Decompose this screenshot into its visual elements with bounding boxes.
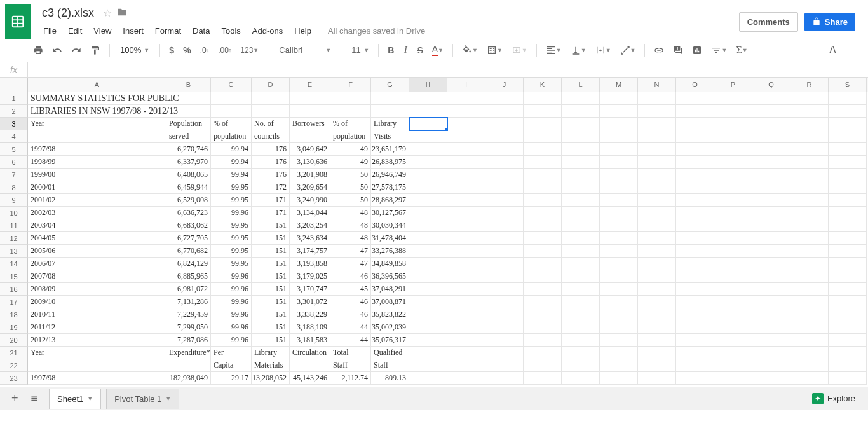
cell-K4[interactable] — [524, 130, 562, 143]
cell-I1[interactable] — [447, 92, 485, 105]
percent-icon[interactable]: % — [179, 42, 194, 59]
cell-L11[interactable] — [562, 219, 600, 232]
cell-N1[interactable] — [638, 92, 676, 105]
menu-help[interactable]: Help — [289, 24, 316, 38]
cell-E1[interactable] — [290, 92, 330, 105]
cell-K3[interactable] — [524, 118, 562, 130]
cell-H17[interactable] — [409, 296, 447, 308]
cell-M11[interactable] — [600, 219, 638, 232]
cell-Q19[interactable] — [752, 321, 790, 334]
cell-A14[interactable]: 2006/07 — [28, 258, 166, 270]
cell-H7[interactable] — [409, 169, 447, 181]
cell-R16[interactable] — [790, 283, 829, 296]
cell-A17[interactable]: 2009/10 — [28, 296, 166, 308]
cell-L4[interactable] — [562, 130, 600, 143]
cell-J3[interactable] — [485, 118, 524, 130]
cell-J19[interactable] — [485, 321, 524, 334]
cell-B7[interactable]: 6,408,065 — [166, 169, 211, 181]
cell-M2[interactable] — [600, 105, 638, 118]
cell-J23[interactable] — [485, 372, 524, 385]
cell-F3[interactable]: % of — [330, 118, 371, 130]
cell-S3[interactable] — [829, 118, 867, 130]
cell-S20[interactable] — [829, 334, 867, 347]
cell-G11[interactable]: 30,030,344 — [371, 219, 409, 232]
cell-O6[interactable] — [676, 156, 714, 169]
cell-H8[interactable] — [409, 181, 447, 194]
row-header[interactable]: 20 — [0, 334, 28, 347]
cell-E9[interactable]: 3,240,990 — [290, 194, 330, 207]
cell-S4[interactable] — [829, 130, 867, 143]
column-header-N[interactable]: N — [638, 78, 676, 92]
cell-I23[interactable] — [447, 372, 485, 385]
cell-M9[interactable] — [600, 194, 638, 207]
cell-R7[interactable] — [790, 169, 829, 181]
bold-icon[interactable]: B — [384, 42, 398, 59]
cell-G15[interactable]: 36,396,565 — [371, 270, 409, 283]
cell-H20[interactable] — [409, 334, 447, 347]
cell-H6[interactable] — [409, 156, 447, 169]
menu-edit[interactable]: Edit — [63, 24, 87, 38]
cell-F7[interactable]: 50 — [330, 169, 371, 181]
cell-I7[interactable] — [447, 169, 485, 181]
cell-A10[interactable]: 2002/03 — [28, 207, 166, 219]
cell-P17[interactable] — [714, 296, 752, 308]
cell-K6[interactable] — [524, 156, 562, 169]
cell-E5[interactable]: 3,049,642 — [290, 143, 330, 156]
cell-G2[interactable] — [371, 105, 409, 118]
cell-E8[interactable]: 3,209,654 — [290, 181, 330, 194]
cell-I10[interactable] — [447, 207, 485, 219]
cell-D18[interactable]: 151 — [252, 308, 290, 321]
cell-C8[interactable]: 99.95 — [211, 181, 252, 194]
column-header-Q[interactable]: Q — [752, 78, 790, 92]
filter-icon[interactable]: ▼ — [707, 42, 731, 59]
cell-O8[interactable] — [676, 181, 714, 194]
menu-insert[interactable]: Insert — [118, 24, 149, 38]
sheet-tab-pivot-table-1[interactable]: Pivot Table 1▼ — [106, 389, 179, 409]
cell-R12[interactable] — [790, 232, 829, 245]
cell-E19[interactable]: 3,188,109 — [290, 321, 330, 334]
cell-R5[interactable] — [790, 143, 829, 156]
cell-G23[interactable]: 809.13 — [371, 372, 409, 385]
cell-D5[interactable]: 176 — [252, 143, 290, 156]
cell-E2[interactable] — [290, 105, 330, 118]
cell-R14[interactable] — [790, 258, 829, 270]
cell-P21[interactable] — [714, 347, 752, 359]
cell-F8[interactable]: 50 — [330, 181, 371, 194]
font-size-dropdown[interactable]: 11▼ — [348, 42, 373, 59]
row-header[interactable]: 3 — [0, 118, 28, 130]
cell-L13[interactable] — [562, 245, 600, 258]
cell-O23[interactable] — [676, 372, 714, 385]
cell-D19[interactable]: 151 — [252, 321, 290, 334]
cell-N11[interactable] — [638, 219, 676, 232]
row-header[interactable]: 13 — [0, 245, 28, 258]
cell-A18[interactable]: 2010/11 — [28, 308, 166, 321]
cell-Q11[interactable] — [752, 219, 790, 232]
cell-Q5[interactable] — [752, 143, 790, 156]
cell-G18[interactable]: 35,823,822 — [371, 308, 409, 321]
cell-Q18[interactable] — [752, 308, 790, 321]
cell-D1[interactable] — [252, 92, 290, 105]
cell-M6[interactable] — [600, 156, 638, 169]
row-header[interactable]: 19 — [0, 321, 28, 334]
cell-C15[interactable]: 99.96 — [211, 270, 252, 283]
folder-icon[interactable] — [117, 7, 127, 20]
cell-B21[interactable]: Expenditure* — [166, 347, 211, 359]
menu-tools[interactable]: Tools — [216, 24, 245, 38]
cell-D9[interactable]: 171 — [252, 194, 290, 207]
cell-M10[interactable] — [600, 207, 638, 219]
cell-H19[interactable] — [409, 321, 447, 334]
cell-S10[interactable] — [829, 207, 867, 219]
cell-A6[interactable]: 1998/99 — [28, 156, 166, 169]
cell-J11[interactable] — [485, 219, 524, 232]
cell-I8[interactable] — [447, 181, 485, 194]
cell-J2[interactable] — [485, 105, 524, 118]
column-header-M[interactable]: M — [600, 78, 638, 92]
cell-L1[interactable] — [562, 92, 600, 105]
cell-Q16[interactable] — [752, 283, 790, 296]
cell-O16[interactable] — [676, 283, 714, 296]
cell-N16[interactable] — [638, 283, 676, 296]
cell-M14[interactable] — [600, 258, 638, 270]
cell-I2[interactable] — [447, 105, 485, 118]
strikethrough-icon[interactable]: S — [413, 42, 426, 59]
cell-G22[interactable]: Staff — [371, 359, 409, 372]
